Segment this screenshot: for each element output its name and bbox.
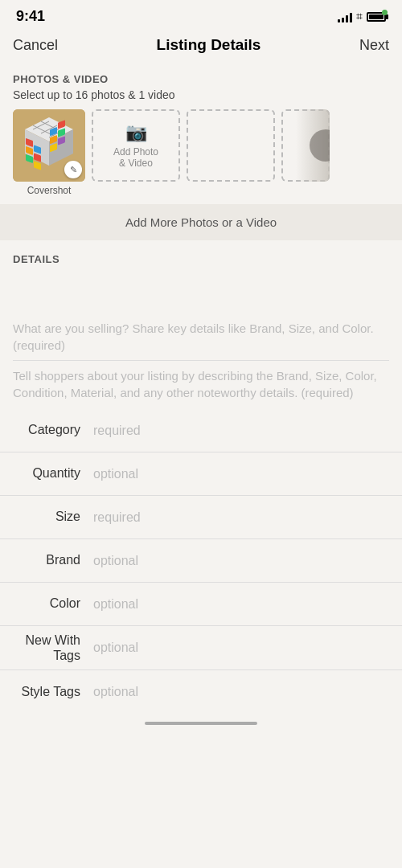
form-row-new-with-tags[interactable]: New WithTags optional (0, 626, 402, 670)
add-more-photos-button[interactable]: Add More Photos or a Video (0, 204, 402, 240)
form-section: Category required Quantity optional Size… (0, 409, 402, 714)
covershot-label: Covershot (27, 185, 72, 196)
next-button[interactable]: Next (359, 37, 389, 54)
covershot-container[interactable]: ✎ Covershot (13, 109, 85, 196)
camera-icon: 📷 (125, 122, 147, 143)
photo-slot-1[interactable] (187, 109, 275, 182)
signal-bars-icon (338, 11, 352, 23)
divider-1 (13, 360, 389, 361)
signal-bar-4 (350, 13, 352, 23)
status-bar: 9:41 ⌗ (0, 0, 402, 30)
form-row-quantity[interactable]: Quantity optional (0, 452, 402, 496)
green-dot-indicator (382, 10, 388, 15)
add-photo-label: Add Photo & Video (113, 146, 158, 170)
category-label: Category (13, 422, 93, 439)
form-row-size[interactable]: Size required (0, 496, 402, 539)
edit-badge[interactable]: ✎ (64, 161, 82, 178)
covershot-image[interactable]: ✎ (13, 109, 85, 182)
details-section: DETAILS What are you selling? Share key … (0, 240, 402, 401)
new-with-tags-value: optional (93, 641, 389, 655)
new-with-tags-label: New WithTags (13, 633, 93, 663)
cancel-button[interactable]: Cancel (13, 37, 58, 54)
bottom-scrollbar (0, 714, 402, 730)
size-label: Size (13, 509, 93, 526)
status-time: 9:41 (16, 8, 45, 25)
brand-label: Brand (13, 552, 93, 569)
add-photo-button[interactable]: 📷 Add Photo & Video (92, 109, 180, 182)
brand-value: optional (93, 554, 389, 568)
status-icons: ⌗ (338, 10, 386, 23)
style-tags-label: Style Tags (13, 684, 93, 701)
wifi-icon: ⌗ (356, 10, 363, 23)
form-row-style-tags[interactable]: Style Tags optional (0, 670, 402, 714)
photos-section: PHOTOS & VIDEO Select up to 16 photos & … (0, 63, 402, 196)
size-value: required (93, 510, 389, 525)
title-field[interactable] (13, 275, 389, 309)
quantity-value: optional (93, 467, 389, 481)
style-tags-value: optional (93, 685, 389, 699)
signal-bar-2 (342, 18, 344, 23)
scrollbar-thumb (145, 722, 257, 725)
description-placeholder-text[interactable]: Tell shoppers about your listing by desc… (13, 367, 389, 401)
details-section-label: DETAILS (13, 253, 389, 265)
signal-bar-3 (346, 15, 348, 23)
title-placeholder-text[interactable]: What are you selling? Share key details … (13, 320, 389, 354)
photos-section-label: PHOTOS & VIDEO (13, 73, 389, 85)
form-row-color[interactable]: Color optional (0, 583, 402, 626)
photos-row: ✎ Covershot 📷 Add Photo & Video (13, 109, 389, 196)
form-row-category[interactable]: Category required (0, 409, 402, 452)
page-title: Listing Details (157, 36, 261, 54)
color-value: optional (93, 597, 389, 612)
color-label: Color (13, 596, 93, 612)
photos-sublabel: Select up to 16 photos & 1 video (13, 88, 389, 101)
form-row-brand[interactable]: Brand optional (0, 539, 402, 583)
signal-bar-1 (338, 19, 340, 23)
category-value: required (93, 424, 389, 438)
quantity-label: Quantity (13, 465, 93, 482)
nav-bar: Cancel Listing Details Next (0, 30, 402, 63)
photos-scroll-area (281, 109, 330, 182)
